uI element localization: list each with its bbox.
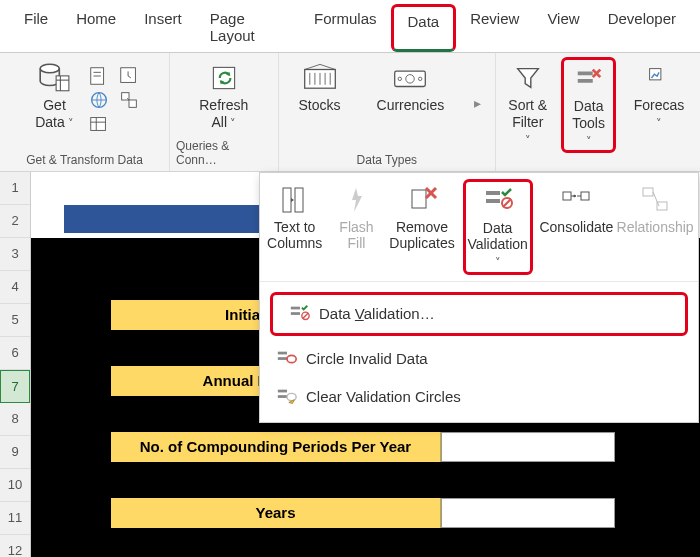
remove-dup-label: RemoveDuplicates: [389, 219, 454, 253]
tab-developer[interactable]: Developer: [594, 4, 690, 52]
svg-rect-52: [278, 390, 287, 393]
svg-rect-41: [581, 192, 589, 200]
consolidate-label: Consolidate: [539, 219, 613, 236]
svg-rect-31: [283, 188, 291, 212]
flash-fill-button: FlashFill: [331, 179, 381, 257]
forecast-button[interactable]: Forecas: [624, 57, 694, 135]
row-head-8[interactable]: 8: [0, 403, 30, 436]
menu-data-validation[interactable]: Data Validation…: [270, 292, 688, 336]
ribbon-tabs: File Home Insert Page Layout Formulas Da…: [0, 0, 700, 53]
label-years: Years: [111, 498, 441, 528]
svg-rect-27: [577, 79, 592, 83]
tab-page-layout[interactable]: Page Layout: [196, 4, 300, 52]
tab-review[interactable]: Review: [456, 4, 533, 52]
sort-filter-button[interactable]: Sort &Filter: [502, 57, 553, 151]
scroll-right-icon[interactable]: ▸: [474, 95, 481, 111]
ribbon: GetData Get & Transform Data RefreshAll …: [0, 53, 700, 172]
row-head-11[interactable]: 11: [0, 502, 30, 535]
sort-filter-label: Sort &Filter: [508, 97, 547, 147]
svg-rect-37: [486, 199, 500, 203]
forecast-icon: [642, 61, 676, 95]
row-head-6[interactable]: 6: [0, 337, 30, 370]
flash-fill-icon: [339, 183, 373, 217]
currencies-label: Currencies: [377, 97, 445, 114]
menu-data-validation-label: Data Validation…: [319, 305, 435, 322]
tab-formulas[interactable]: Formulas: [300, 4, 391, 52]
remove-dup-icon: [405, 183, 439, 217]
svg-rect-45: [291, 307, 300, 310]
from-table-icon[interactable]: [88, 113, 110, 135]
row-head-9[interactable]: 9: [0, 436, 30, 469]
label-periods: No. of Compounding Periods Per Year: [111, 432, 441, 462]
svg-rect-32: [295, 188, 303, 212]
data-validation-button[interactable]: DataValidation: [463, 179, 533, 275]
relationships-icon: [638, 183, 672, 217]
svg-point-0: [41, 64, 60, 73]
group-get-label: Get & Transform Data: [26, 149, 143, 167]
text-to-columns-label: Text toColumns: [267, 219, 322, 253]
cell-years[interactable]: [441, 498, 615, 528]
tab-home[interactable]: Home: [62, 4, 130, 52]
refresh-all-label: RefreshAll: [199, 97, 248, 131]
menu-circle-invalid-label: Circle Invalid Data: [306, 350, 428, 367]
svg-rect-8: [91, 118, 106, 131]
data-tools-button[interactable]: DataTools: [561, 57, 616, 153]
flash-fill-label: FlashFill: [339, 219, 373, 253]
row-head-4[interactable]: 4: [0, 271, 30, 304]
text-to-columns-button[interactable]: Text toColumns: [268, 179, 321, 257]
get-data-button[interactable]: GetData: [29, 57, 80, 135]
tab-insert[interactable]: Insert: [130, 4, 196, 52]
circle-invalid-icon: [276, 348, 298, 370]
worksheet[interactable]: Initial Balance Annual Interest Rate No.…: [31, 172, 700, 557]
data-validation-icon: [481, 184, 515, 218]
from-web-icon[interactable]: [88, 89, 110, 111]
menu-clear-circles[interactable]: Clear Validation Circles: [260, 378, 698, 416]
svg-rect-26: [577, 72, 592, 76]
row-head-12[interactable]: 12: [0, 535, 30, 557]
svg-rect-40: [563, 192, 571, 200]
stocks-icon: [303, 61, 337, 95]
remove-duplicates-button[interactable]: RemoveDuplicates: [391, 179, 452, 257]
row-head-7[interactable]: 7: [0, 370, 30, 403]
row-head-3[interactable]: 3: [0, 238, 30, 271]
tab-data[interactable]: Data: [391, 4, 457, 52]
recent-icon[interactable]: [118, 65, 140, 87]
svg-point-51: [287, 355, 296, 362]
svg-rect-33: [412, 190, 426, 208]
row-head-5[interactable]: 5: [0, 304, 30, 337]
row-headers: 1 2 3 4 5 6 7 8 9 10 11 12: [0, 172, 31, 557]
row-head-2[interactable]: 2: [0, 205, 30, 238]
refresh-all-button[interactable]: RefreshAll: [193, 57, 254, 135]
stocks-button[interactable]: Stocks: [293, 57, 347, 118]
from-text-icon[interactable]: [88, 65, 110, 87]
svg-rect-53: [278, 395, 287, 398]
clear-circles-icon: [276, 386, 298, 408]
refresh-icon: [207, 61, 241, 95]
data-tools-icon: [572, 62, 606, 96]
svg-rect-1: [57, 76, 70, 91]
connections-icon[interactable]: [118, 89, 140, 111]
svg-rect-50: [278, 357, 287, 360]
row-head-1[interactable]: 1: [0, 172, 30, 205]
svg-rect-13: [129, 100, 136, 107]
data-tools-panel: Text toColumns FlashFill RemoveDuplicate…: [259, 172, 699, 423]
stocks-label: Stocks: [299, 97, 341, 114]
svg-line-39: [503, 199, 511, 207]
forecast-label: Forecas: [630, 97, 688, 131]
menu-circle-invalid[interactable]: Circle Invalid Data: [260, 340, 698, 378]
currencies-button[interactable]: Currencies: [371, 57, 451, 118]
currencies-icon: [393, 61, 427, 95]
relationships-label: Relationship: [617, 219, 694, 236]
tab-file[interactable]: File: [10, 4, 62, 52]
menu-clear-circles-label: Clear Validation Circles: [306, 388, 461, 405]
row-head-10[interactable]: 10: [0, 469, 30, 502]
svg-rect-22: [395, 71, 426, 86]
consolidate-button[interactable]: Consolidate: [543, 179, 610, 240]
cell-periods[interactable]: [441, 432, 615, 462]
data-validation-label: DataValidation: [467, 220, 527, 270]
data-validation-menu: Data Validation… Circle Invalid Data Cle…: [260, 282, 698, 422]
svg-rect-46: [291, 312, 300, 315]
tab-view[interactable]: View: [533, 4, 593, 52]
relationships-button: Relationship: [620, 179, 690, 240]
data-tools-label: DataTools: [568, 98, 609, 148]
